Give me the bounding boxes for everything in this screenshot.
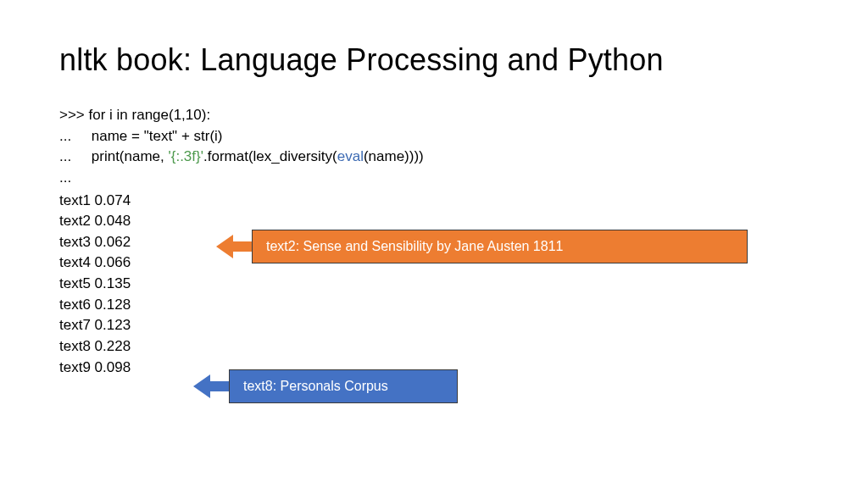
- output-list: text1 0.074 text2 0.048 text3 0.062 text…: [59, 191, 809, 379]
- arrow-shaft: [233, 241, 252, 252]
- code-format-string: '{:.3f}': [169, 148, 203, 164]
- code-seg: .format(lex_diversity(: [203, 148, 337, 164]
- slide: nltk book: Language Processing and Pytho…: [0, 0, 868, 378]
- code-line-3: ... print(name, '{:.3f}'.format(lex_dive…: [59, 147, 809, 168]
- callout-label: text2: Sense and Sensibility by Jane Aus…: [266, 239, 563, 254]
- code-seg: (name)))): [364, 148, 424, 164]
- code-block: >>> for i in range(1,10): ... name = "te…: [59, 105, 809, 189]
- callout-label: text8: Personals Corpus: [243, 379, 388, 394]
- arrow-shaft: [210, 381, 229, 391]
- code-line-2: ... name = "text" + str(i): [59, 126, 809, 147]
- callout-text8: text8: Personals Corpus: [193, 369, 458, 403]
- output-line: text1 0.074: [59, 191, 809, 212]
- output-line: text6 0.128: [59, 295, 809, 316]
- arrow-left-icon: [216, 235, 233, 258]
- code-line-1: >>> for i in range(1,10):: [59, 105, 809, 126]
- output-line: text7 0.123: [59, 315, 809, 336]
- output-line: text5 0.135: [59, 274, 809, 295]
- callout-body: text8: Personals Corpus: [229, 369, 458, 403]
- code-line-4: ...: [59, 168, 809, 189]
- arrow-left-icon: [193, 374, 210, 398]
- page-title: nltk book: Language Processing and Pytho…: [59, 42, 809, 78]
- callout-body: text2: Sense and Sensibility by Jane Aus…: [252, 230, 748, 263]
- callout-text2: text2: Sense and Sensibility by Jane Aus…: [216, 230, 748, 263]
- code-seg: ... print(name,: [59, 148, 169, 164]
- code-eval-keyword: eval: [337, 148, 364, 164]
- output-line: text8 0.228: [59, 336, 809, 358]
